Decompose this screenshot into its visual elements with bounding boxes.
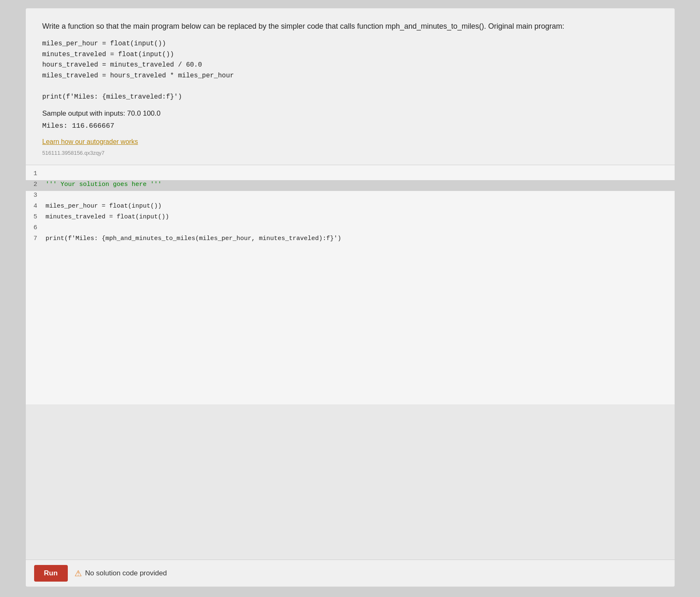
line-content[interactable]: print(f'Miles: {mph_and_minutes_to_miles… bbox=[42, 234, 675, 243]
code-line[interactable]: 7print(f'Miles: {mph_and_minutes_to_mile… bbox=[26, 234, 675, 245]
code-line[interactable]: 2''' Your solution goes here ''' bbox=[26, 180, 675, 191]
code-line[interactable]: 4miles_per_hour = float(input()) bbox=[26, 202, 675, 213]
line-number: 4 bbox=[26, 202, 42, 210]
original-code-block: miles_per_hour = float(input()) minutes_… bbox=[42, 39, 658, 103]
sample-output-label: Sample output with inputs: 70.0 100.0 bbox=[42, 109, 658, 118]
code-line[interactable]: 1 bbox=[26, 169, 675, 180]
main-container: Write a function so that the main progra… bbox=[26, 8, 675, 587]
problem-id: 516111.3958156.qx3zqy7 bbox=[42, 150, 105, 156]
line-number: 2 bbox=[26, 180, 42, 188]
bottom-bar: Run ⚠ No solution code provided bbox=[26, 560, 675, 587]
editor-wrapper[interactable]: 12''' Your solution goes here '''34miles… bbox=[26, 165, 675, 404]
status-message: ⚠ No solution code provided bbox=[74, 568, 167, 578]
warning-icon: ⚠ bbox=[74, 568, 82, 578]
editor-area[interactable]: 12''' Your solution goes here '''34miles… bbox=[26, 169, 675, 245]
line-number: 1 bbox=[26, 169, 42, 177]
code-line[interactable]: 6 bbox=[26, 223, 675, 234]
editor-section[interactable]: 12''' Your solution goes here '''34miles… bbox=[26, 165, 675, 560]
editor-spacer bbox=[26, 404, 675, 560]
status-text: No solution code provided bbox=[85, 569, 167, 577]
sample-output-value: Miles: 116.666667 bbox=[42, 122, 658, 130]
code-line[interactable]: 5minutes_traveled = float(input()) bbox=[26, 213, 675, 223]
line-number: 5 bbox=[26, 213, 42, 220]
line-number: 6 bbox=[26, 223, 42, 231]
line-number: 7 bbox=[26, 234, 42, 242]
line-content[interactable] bbox=[42, 223, 675, 225]
line-content[interactable]: miles_per_hour = float(input()) bbox=[42, 202, 675, 211]
line-content[interactable] bbox=[42, 169, 675, 171]
line-content[interactable] bbox=[42, 191, 675, 193]
line-content[interactable]: ''' Your solution goes here ''' bbox=[42, 180, 675, 189]
problem-description-text: Write a function so that the main progra… bbox=[42, 21, 658, 32]
line-content[interactable]: minutes_traveled = float(input()) bbox=[42, 213, 675, 221]
autograder-link[interactable]: Learn how our autograder works bbox=[42, 138, 138, 146]
code-line[interactable]: 3 bbox=[26, 191, 675, 202]
line-number: 3 bbox=[26, 191, 42, 199]
problem-description: Write a function so that the main progra… bbox=[26, 8, 675, 165]
run-button[interactable]: Run bbox=[34, 565, 68, 582]
